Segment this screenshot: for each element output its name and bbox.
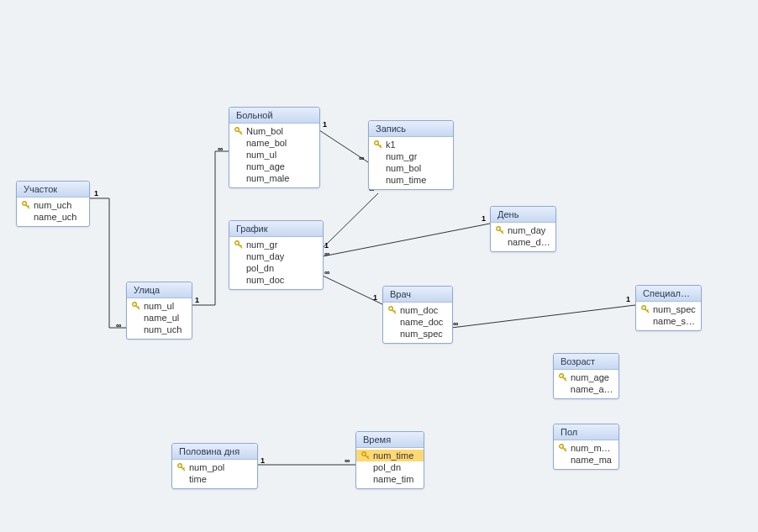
key-icon (557, 373, 569, 382)
entity-body: num_ul name_ul num_uch (127, 298, 192, 339)
key-icon (130, 302, 142, 310)
entity-title: Пол (554, 424, 619, 440)
entity-vremya[interactable]: Время num_time pol_dn name_tim (355, 431, 424, 489)
field-row[interactable]: name_doc (383, 316, 452, 328)
entity-body: num_age name_age (554, 370, 619, 398)
key-icon (176, 463, 187, 471)
field-row[interactable]: name_age (554, 383, 619, 395)
field-row[interactable]: name_bol (229, 137, 319, 149)
field-row[interactable]: k1 (369, 139, 453, 150)
entity-body: num_time pol_dn name_tim (356, 448, 424, 488)
field-row[interactable]: name_ul (127, 312, 192, 324)
field-row[interactable]: pol_dn (356, 461, 424, 473)
field-row[interactable]: num_time (369, 174, 453, 186)
field-row[interactable]: pol_dn (229, 262, 323, 274)
entity-title: Улица (127, 282, 192, 298)
rel-many: ∞ (218, 145, 223, 153)
field-row[interactable]: num_gr (369, 150, 453, 162)
field-row[interactable]: name_uch (17, 211, 89, 223)
rel-one: 1 (261, 456, 265, 465)
field-row[interactable]: num_pol (172, 461, 257, 473)
field-row[interactable]: num_age (229, 161, 319, 172)
field-row[interactable]: Num_bol (229, 125, 319, 137)
rel-many: ∞ (116, 321, 121, 329)
entity-uchastok[interactable]: Участок num_uch name_uch (16, 181, 90, 227)
field-row[interactable]: num_spec (636, 303, 701, 315)
field-row[interactable]: num_doc (229, 274, 323, 286)
field-row[interactable]: num_bol (369, 162, 453, 174)
field-row[interactable]: num_time (356, 450, 424, 461)
rel-one: 1 (323, 120, 327, 129)
entity-body: num_day name_day (491, 223, 555, 251)
rel-many: ∞ (345, 456, 350, 465)
field-row[interactable]: num_spec (383, 328, 452, 340)
entity-title: Время (356, 432, 424, 448)
entity-title: График (229, 221, 323, 237)
rel-one: 1 (195, 296, 199, 304)
entity-body: Num_bol name_bol num_ul num_age num_male (229, 124, 319, 187)
entity-vrach[interactable]: Врач num_doc name_doc num_spec (382, 286, 453, 344)
key-icon (640, 305, 651, 313)
entity-title: День (491, 207, 555, 223)
field-row[interactable]: num_uch (17, 199, 89, 211)
key-icon (557, 444, 569, 452)
key-icon (387, 306, 398, 314)
field-row[interactable]: num_ul (127, 300, 192, 312)
rel-one: 1 (482, 214, 486, 223)
key-icon (233, 240, 245, 249)
rel-one: 1 (324, 241, 329, 250)
rel-many: ∞ (324, 250, 329, 258)
entity-ulitsa[interactable]: Улица num_ul name_ul num_uch (126, 282, 192, 340)
field-row[interactable]: num_doc (383, 304, 452, 316)
key-icon (494, 226, 506, 234)
rel-many: ∞ (324, 268, 329, 277)
rel-many: ∞ (453, 319, 458, 328)
field-row[interactable]: num_male (554, 442, 619, 454)
entity-den[interactable]: День num_day name_day (490, 206, 556, 252)
entity-body: num_gr num_day pol_dn num_doc (229, 237, 323, 289)
entity-special[interactable]: Специальн... num_spec name_spe (635, 285, 702, 331)
field-row[interactable]: num_day (229, 250, 323, 262)
field-row[interactable]: name_tim (356, 473, 424, 485)
entity-pol[interactable]: Пол num_male name_ma (553, 424, 619, 470)
entity-title: Половина дня (172, 444, 257, 460)
rel-one: 1 (373, 293, 377, 302)
field-row[interactable]: num_age (554, 371, 619, 383)
rel-one: 1 (626, 295, 630, 303)
entity-body: num_doc name_doc num_spec (383, 303, 452, 343)
entity-bolnoy[interactable]: Больной Num_bol name_bol num_ul num_age … (229, 107, 320, 188)
entity-title: Возраст (554, 354, 619, 370)
entity-body: num_male name_ma (554, 440, 619, 469)
key-icon (360, 451, 371, 460)
entity-title: Больной (229, 108, 319, 124)
field-row[interactable]: name_day (491, 236, 555, 248)
entity-title: Специальн... (636, 286, 701, 302)
entity-body: num_spec name_spe (636, 302, 701, 330)
field-row[interactable]: num_uch (127, 324, 192, 335)
entity-body: num_pol time (172, 460, 257, 488)
entity-grafik[interactable]: График num_gr num_day pol_dn num_doc (229, 220, 324, 290)
rel-many: ∞ (359, 154, 364, 162)
field-row[interactable]: num_ul (229, 149, 319, 161)
field-row[interactable]: name_ma (554, 454, 619, 466)
entity-vozrast[interactable]: Возраст num_age name_age (553, 353, 619, 399)
field-row[interactable]: num_male (229, 172, 319, 184)
field-row[interactable]: name_spe (636, 315, 701, 327)
field-row[interactable]: time (172, 473, 257, 485)
field-row[interactable]: num_gr (229, 239, 323, 250)
entity-title: Врач (383, 287, 452, 303)
entity-body: k1 num_gr num_bol num_time (369, 137, 453, 189)
key-icon (20, 201, 32, 209)
entity-title: Участок (17, 182, 89, 198)
field-row[interactable]: num_day (491, 224, 555, 236)
rel-one: 1 (94, 189, 98, 198)
entity-polovina[interactable]: Половина дня num_pol time (171, 443, 258, 489)
entity-title: Запись (369, 121, 453, 137)
key-icon (372, 140, 384, 149)
entity-zapis[interactable]: Запись k1 num_gr num_bol num_time (368, 120, 454, 190)
entity-body: num_uch name_uch (17, 198, 89, 226)
key-icon (233, 127, 245, 135)
